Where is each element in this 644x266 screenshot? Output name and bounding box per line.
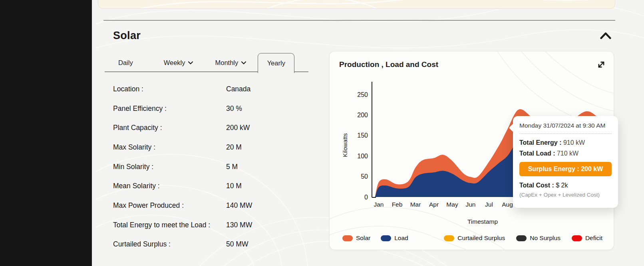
tooltip-total-load-label: Total Load : xyxy=(519,150,555,157)
section-divider xyxy=(103,20,615,21)
chevron-down-icon xyxy=(188,61,193,65)
stat-row-min-solarity: Min Solarity : 5 M xyxy=(113,157,313,177)
tooltip-total-energy-label: Total Energy : xyxy=(519,139,562,146)
legend-label: Solar xyxy=(356,234,370,242)
deficit-swatch xyxy=(572,235,582,241)
tooltip-divider xyxy=(519,134,612,134)
legend-item-no-surplus[interactable]: No Surplus xyxy=(516,234,561,242)
tooltip-total-load: Total Load : 710 kW xyxy=(519,150,612,157)
expand-icon xyxy=(597,60,606,69)
page-title: Solar xyxy=(113,30,141,42)
stat-label: Location : xyxy=(113,85,226,93)
legend-item-load[interactable]: Load xyxy=(381,234,408,242)
tab-yearly-label: Yearly xyxy=(267,59,285,67)
stat-row-max-solarity: Max Solarity : 20 M xyxy=(113,138,313,157)
legend-label: Load xyxy=(394,234,408,242)
tab-weekly-label: Weekly xyxy=(164,59,185,67)
main-content: Solar Daily Weekly Monthly Yearly Locat xyxy=(92,0,644,266)
tooltip-date: Monday 31/07/2024 at 9:30 AM xyxy=(519,122,612,129)
top-banner xyxy=(98,0,615,9)
svg-text:50: 50 xyxy=(361,173,368,180)
stat-row-plant-capacity: Plant Capacity : 200 kW xyxy=(113,118,313,138)
stat-value: 10 M xyxy=(226,182,242,190)
stat-label: Min Solarity : xyxy=(113,163,226,171)
legend-label: No Surplus xyxy=(530,234,561,242)
svg-text:Aug: Aug xyxy=(502,201,513,208)
chart-legend: Solar Load Curtailed Surplus No Surplus … xyxy=(342,233,602,243)
tooltip-total-energy: Total Energy : 910 kW xyxy=(519,139,612,146)
solar-stats-list: Location : Canada Panel Efficiency : 30 … xyxy=(113,79,313,254)
svg-text:Jun: Jun xyxy=(466,201,476,208)
stat-label: Total Energy to meet the Load : xyxy=(113,221,226,229)
no-surplus-swatch xyxy=(516,235,527,241)
stat-value: 20 M xyxy=(226,143,242,152)
load-swatch xyxy=(381,235,391,241)
chart-card: Production , Load and Cost 0501001502002… xyxy=(329,51,614,250)
tab-daily-label: Daily xyxy=(118,59,133,67)
chart-tooltip: Monday 31/07/2024 at 9:30 AM Total Energ… xyxy=(513,116,618,208)
svg-text:Apr: Apr xyxy=(429,201,439,208)
stat-label: Curtailed Surplus : xyxy=(113,240,226,248)
legend-item-deficit[interactable]: Deficit xyxy=(572,234,602,242)
stat-row-panel-efficiency: Panel Efficiency : 30 % xyxy=(113,99,313,118)
stat-row-mean-solarity: Mean Solarity : 10 M xyxy=(113,176,313,196)
chart-title: Production , Load and Cost xyxy=(339,60,438,69)
surplus-energy-badge: Surplus Energy : 200 kW xyxy=(519,162,612,176)
stat-label: Max Power Produced : xyxy=(113,201,226,210)
stat-value: 200 kW xyxy=(226,124,250,132)
tab-monthly[interactable]: Monthly xyxy=(215,59,246,67)
stat-value: 30 % xyxy=(226,104,242,113)
chevron-down-icon xyxy=(241,61,246,65)
svg-text:100: 100 xyxy=(357,153,368,160)
solar-swatch xyxy=(342,235,353,241)
svg-text:0: 0 xyxy=(364,194,368,201)
svg-text:Mar: Mar xyxy=(410,201,421,208)
collapse-section-button[interactable] xyxy=(598,30,613,43)
svg-text:200: 200 xyxy=(357,112,368,118)
tooltip-total-energy-value: 910 kW xyxy=(562,139,585,146)
stat-row-max-power: Max Power Produced : 140 MW xyxy=(113,196,313,215)
stat-label: Panel Efficiency : xyxy=(113,104,226,113)
stat-row-total-energy: Total Energy to meet the Load : 130 MW xyxy=(113,215,313,235)
tab-weekly[interactable]: Weekly xyxy=(164,59,194,67)
svg-text:May: May xyxy=(446,201,458,208)
stat-value: Canada xyxy=(226,85,250,93)
sidebar xyxy=(0,0,92,266)
chevron-up-icon xyxy=(599,30,612,42)
tab-daily[interactable]: Daily xyxy=(118,59,133,67)
stat-value: 130 MW xyxy=(226,221,252,229)
stat-label: Mean Solarity : xyxy=(113,182,226,190)
svg-text:250: 250 xyxy=(357,91,368,98)
tooltip-total-cost-label: Total Cost : xyxy=(519,182,554,189)
stat-value: 50 MW xyxy=(226,240,248,248)
expand-chart-button[interactable] xyxy=(596,60,606,70)
tab-yearly[interactable]: Yearly xyxy=(258,53,294,73)
tooltip-cost-note: (CapEx + Opex + Levelized Cost) xyxy=(519,192,612,198)
svg-text:Timestamp: Timestamp xyxy=(467,218,498,225)
stat-label: Plant Capacity : xyxy=(113,124,226,132)
tooltip-total-cost-value: $ 2k xyxy=(554,182,568,189)
legend-label: Deficit xyxy=(585,234,602,242)
tooltip-total-load-value: 710 kW xyxy=(555,150,578,157)
tab-monthly-label: Monthly xyxy=(215,59,238,67)
tooltip-total-cost: Total Cost : $ 2k xyxy=(519,182,612,189)
stat-value: 140 MW xyxy=(226,201,252,210)
legend-item-solar[interactable]: Solar xyxy=(342,234,370,242)
stat-row-curtailed-surplus: Curtailed Surplus : 50 MW xyxy=(113,235,313,254)
svg-text:Jan: Jan xyxy=(374,201,384,208)
svg-text:Jul: Jul xyxy=(485,201,493,208)
curtailed-surplus-swatch xyxy=(444,235,454,241)
svg-text:Kilowatts: Kilowatts xyxy=(342,133,348,157)
legend-item-curtailed-surplus[interactable]: Curtailed Surplus xyxy=(444,234,505,242)
period-tabs: Daily Weekly Monthly Yearly xyxy=(105,53,308,72)
svg-text:150: 150 xyxy=(357,132,368,139)
svg-text:Feb: Feb xyxy=(392,201,403,208)
stat-value: 5 M xyxy=(226,163,238,171)
stat-row-location: Location : Canada xyxy=(113,79,313,99)
legend-label: Curtailed Surplus xyxy=(457,234,505,242)
banner-texture xyxy=(98,0,615,9)
stat-label: Max Solarity : xyxy=(113,143,226,152)
